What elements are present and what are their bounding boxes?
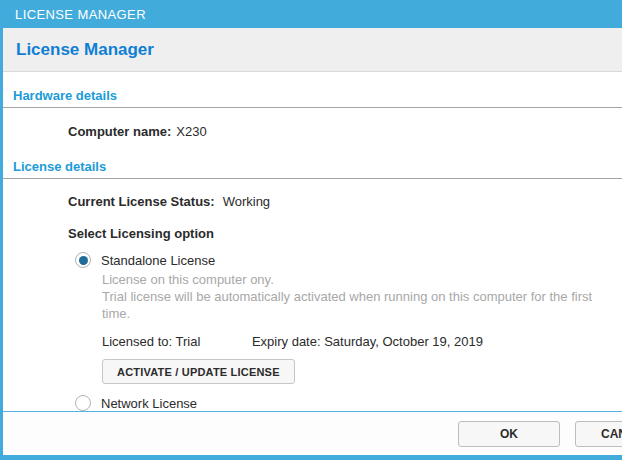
licensed-info-row: Licensed to: Trial Expiry date: Saturday…: [102, 334, 622, 349]
computer-name-label: Computer name:: [68, 124, 171, 139]
computer-name-row: Computer name:X230: [68, 124, 622, 139]
expiry-date-label: Expiry date:: [252, 334, 321, 349]
ok-button[interactable]: OK: [458, 421, 560, 447]
standalone-license-option: Standalone License License on this compu…: [75, 252, 622, 384]
content-area: Hardware details Computer name:X230 Lice…: [3, 72, 622, 431]
license-status-value: Working: [223, 194, 270, 209]
window-bottom-border: [3, 455, 622, 460]
radio-selected-dot: [79, 256, 88, 265]
page-header: License Manager: [3, 28, 622, 72]
network-license-option-head[interactable]: Network License: [75, 395, 622, 411]
network-radio-button[interactable]: [75, 395, 91, 411]
cancel-button[interactable]: CANCEL: [575, 421, 622, 447]
license-status-row: Current License Status:Working: [68, 194, 622, 209]
licensed-to-label: Licensed to:: [102, 334, 172, 349]
standalone-desc-line1: License on this computer ony.: [102, 271, 622, 288]
standalone-desc-line2: Trial license will be automatically acti…: [102, 288, 622, 322]
window-titlebar: LICENSE MANAGER: [3, 0, 622, 28]
network-license-label: Network License: [101, 396, 197, 411]
standalone-radio-button[interactable]: [75, 252, 91, 268]
page-title: License Manager: [16, 40, 154, 60]
select-licensing-option-label: Select Licensing option: [68, 226, 622, 241]
license-section-title: License details: [13, 159, 622, 174]
standalone-license-label: Standalone License: [101, 253, 215, 268]
titlebar-text: LICENSE MANAGER: [15, 7, 146, 22]
expiry-date-value: Saturday, October 19, 2019: [324, 334, 483, 349]
standalone-license-option-head[interactable]: Standalone License: [75, 252, 622, 268]
license-section-divider: [3, 178, 622, 179]
hardware-section-title: Hardware details: [13, 88, 622, 103]
hardware-section-divider: [3, 107, 622, 108]
footer-bar: OK CANCEL: [3, 412, 622, 455]
computer-name-value: X230: [176, 124, 206, 139]
activate-update-license-button[interactable]: ACTIVATE / UPDATE LICENSE: [102, 359, 295, 384]
license-status-label: Current License Status:: [68, 194, 215, 209]
licensed-to-value: Trial: [176, 334, 201, 349]
license-manager-window: LICENSE MANAGER License Manager Hardware…: [0, 0, 622, 460]
